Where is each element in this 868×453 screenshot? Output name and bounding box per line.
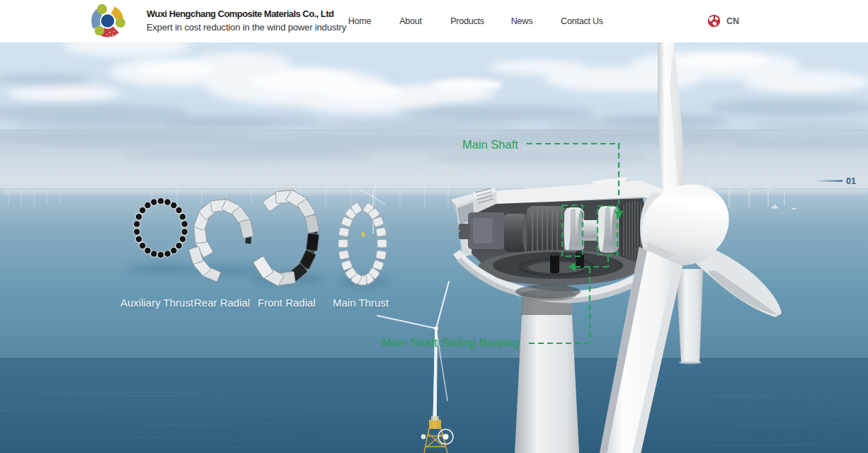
svg-text:01: 01 [846,176,856,186]
